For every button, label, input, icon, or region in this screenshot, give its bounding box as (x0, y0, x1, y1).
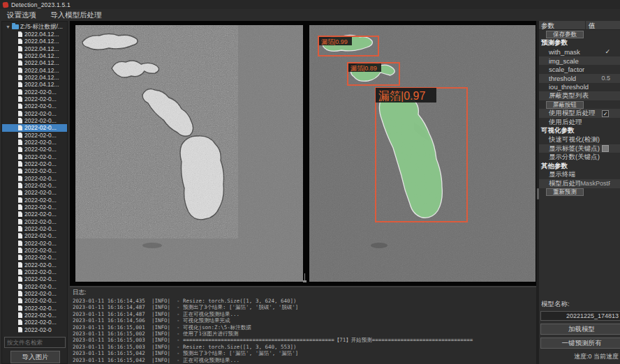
tree-item[interactable]: 2022-02-0... (2, 319, 67, 326)
tree-item[interactable]: 2022-02-0... (2, 247, 67, 254)
tree-item[interactable]: 2022-02-0... (2, 204, 67, 211)
tree-item[interactable]: 2022-02-0... (2, 175, 67, 182)
tree-item[interactable]: 2022-02-0... (2, 146, 67, 153)
file-icon (18, 226, 22, 232)
parameters-panel: 参数 值 保存参数 预测参数 with_mask ✓ (539, 21, 620, 364)
param-row[interactable]: iou_threshold (539, 83, 620, 92)
tree-item[interactable]: 2022-02-0... (2, 225, 67, 232)
model-name-field[interactable]: 20221225_174813 (540, 311, 620, 321)
tree-item[interactable]: 2022-02-0... (2, 312, 67, 319)
tree-item[interactable]: 2022.04.12... (2, 81, 67, 88)
search-input[interactable] (4, 337, 66, 348)
param-label: 显示分数(关键点) (539, 153, 600, 162)
tree-item[interactable]: 2022-02-0... (2, 132, 67, 139)
log-line: 2023-01-11 16:16:15,002 |INFO| - 使用了1张图片… (70, 331, 536, 337)
log-line: 2023-01-11 16:16:15,003 |INFO| - =======… (70, 337, 536, 343)
tree-item[interactable]: 2022-02-0... (2, 103, 67, 109)
tree-item[interactable]: 2022-02-0... (2, 124, 67, 131)
param-row-button[interactable]: 保存参数 (546, 31, 584, 38)
param-row[interactable]: 保存参数 (539, 30, 620, 39)
tree-item[interactable]: 2022-02-0... (2, 96, 67, 103)
tree-item[interactable]: 2022-02-0... (2, 89, 67, 96)
tree-item[interactable]: 2022-02-0... (2, 304, 67, 311)
param-row-button[interactable]: 屏蔽按钮 (546, 101, 584, 109)
param-row[interactable]: 屏蔽按钮 (539, 100, 620, 109)
param-value[interactable] (602, 145, 609, 152)
tree-item[interactable]: 2022-02-0... (2, 139, 67, 146)
tree-item-label: 2022-02-0... (24, 283, 57, 290)
tree-item-label: 2022-02-0 (24, 326, 52, 333)
param-row[interactable]: 屏蔽类型列表 (539, 91, 620, 100)
file-icon (18, 190, 22, 195)
tree-item[interactable]: 2022-02-0... (2, 182, 67, 189)
window-title: Detection_2023.1.5.1 (11, 1, 71, 8)
tree-item[interactable]: 2022.04.12... (2, 59, 67, 66)
tree-item[interactable]: 2022.04.12... (2, 38, 67, 45)
param-row[interactable]: 使用模型后处理 ✓ (539, 109, 620, 118)
file-icon (18, 118, 22, 123)
file-icon (18, 82, 22, 87)
load-model-button[interactable]: 加载模型 (540, 324, 620, 335)
param-row[interactable]: scale_factor (539, 65, 620, 74)
param-row[interactable]: 显示标签(关键点) (539, 144, 620, 153)
predict-all-button[interactable]: 一键预测所有 (540, 338, 620, 349)
param-row[interactable]: 其他参数 (539, 162, 620, 171)
param-row[interactable]: 使用后处理 (539, 118, 620, 127)
tree-item[interactable]: 2022-02-0... (2, 110, 67, 117)
menu-item[interactable]: 导入模型后处理 (43, 9, 109, 21)
tree-item[interactable]: 2022.04.12... (2, 45, 67, 52)
tree-root-label: Z:/5-标注数据/... (20, 23, 63, 31)
original-image-panel[interactable] (75, 25, 303, 282)
tree-item[interactable]: 2022.04.12... (2, 31, 67, 38)
menu-item[interactable]: 设置选项 (0, 9, 43, 21)
app-icon (2, 1, 8, 8)
param-row[interactable]: 重新预测 (539, 188, 620, 197)
param-value[interactable]: MaskPostPro (580, 180, 610, 187)
param-row[interactable]: threshold 0.5 (539, 74, 620, 83)
tree-root[interactable]: ▼ Z:/5-标注数据/... (2, 23, 67, 31)
tree-item[interactable]: 2022.04.12... (2, 67, 67, 74)
tree-item[interactable]: 2022-02-0... (2, 211, 67, 218)
tree-item[interactable]: 2022-02-0... (2, 290, 67, 297)
param-column-header: 参数 (539, 21, 585, 29)
tree-item[interactable]: 2022-02-0... (2, 268, 67, 275)
tree-item[interactable]: 2022-02-0 (2, 326, 67, 333)
param-row-button[interactable]: 重新预测 (546, 188, 584, 196)
param-row[interactable]: 显示分数(关键点) (539, 153, 620, 162)
tree-item[interactable]: 2022-02-0... (2, 197, 67, 204)
tree-item[interactable]: 2022-02-0... (2, 282, 67, 289)
tree-item[interactable]: 2022-02-0... (2, 297, 67, 304)
tree-item[interactable]: 2022-02-0... (2, 117, 67, 124)
tree-item[interactable]: 2022-02-0... (2, 240, 67, 247)
param-row[interactable]: 可视化参数 (539, 127, 620, 136)
tree-item[interactable]: 2022-02-0... (2, 218, 67, 225)
import-images-button[interactable]: 导入图片 (10, 351, 60, 363)
tree-item[interactable]: 2022-02-0... (2, 275, 67, 282)
param-value[interactable]: ✓ (602, 110, 609, 117)
tree-item[interactable]: 2022-02-0... (2, 254, 67, 261)
tree-item-label: 2022-02-0... (24, 132, 57, 139)
tree-item[interactable]: 2022-02-0... (2, 261, 67, 268)
param-value[interactable]: 0.5 (601, 75, 610, 82)
collapse-arrow-icon[interactable]: ▼ (6, 24, 10, 29)
tree-item-label: 2022-02-0... (24, 211, 57, 218)
param-row[interactable]: img_scale (539, 56, 620, 66)
param-row[interactable]: with_mask ✓ (539, 47, 620, 56)
param-value[interactable]: ✓ (605, 48, 610, 55)
tree-item[interactable]: 2022-02-0... (2, 189, 67, 196)
image-splitter-handle[interactable] (303, 273, 307, 283)
tree-item[interactable]: 2022-02-0... (2, 160, 67, 167)
param-row[interactable]: 预测参数 (539, 39, 620, 48)
tree-item[interactable]: 2022.04.12... (2, 52, 67, 59)
param-label: threshold (539, 75, 576, 82)
tree-item[interactable]: 2022.04.12... (2, 74, 67, 81)
tree-item[interactable]: 2022-02-0... (2, 167, 67, 174)
prediction-image-panel[interactable]: 漏箔|0.99 漏箔|0.89 漏箔|0.97 (309, 25, 536, 282)
tree-items: 2022.04.12... 2022.04.12... 2022.04.12..… (2, 31, 67, 333)
param-row[interactable]: 显示终端 (539, 171, 620, 180)
param-row[interactable]: 模型后处理器 MaskPostPro (539, 179, 620, 188)
param-row[interactable]: 快速可视化(检测) (539, 135, 620, 144)
tree-item[interactable]: 2022-02-0... (2, 232, 67, 239)
tree-item[interactable]: 2022-02-0... (2, 153, 67, 160)
param-label: 其他参数 (539, 162, 568, 171)
